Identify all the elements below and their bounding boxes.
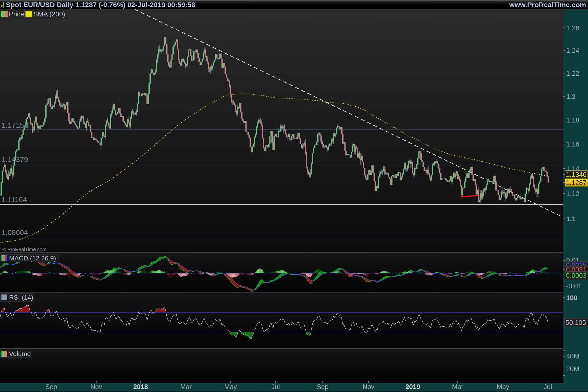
svg-text:May: May [496,383,509,390]
svg-text:Nov: Nov [90,383,102,390]
svg-text:50.105: 50.105 [566,319,586,326]
svg-text:Mar: Mar [180,383,192,390]
svg-text:1.22: 1.22 [566,70,580,77]
svg-text:RSI (14): RSI (14) [9,294,33,301]
svg-text:1.08604: 1.08604 [2,228,28,236]
svg-text:1.1: 1.1 [566,215,576,223]
svg-text:1.1715: 1.1715 [2,121,24,129]
svg-text:1.11164: 1.11164 [2,196,27,204]
svg-text:May: May [224,383,237,390]
svg-text:40M: 40M [566,352,580,360]
svg-text:20M: 20M [566,365,580,373]
svg-text:SMA (200): SMA (200) [33,10,65,18]
svg-text:Spot EUR/USD Daily 1.1287 (-0.: Spot EUR/USD Daily 1.1287 (-0.76%) 02-Ju… [6,1,195,8]
svg-text:Volume: Volume [9,350,30,358]
svg-text:100: 100 [566,294,578,302]
svg-text:Sep: Sep [317,383,328,390]
svg-text:1.1346: 1.1346 [566,171,586,178]
svg-text:www.ProRealTime.com: www.ProRealTime.com [509,1,586,8]
svg-text:Price: Price [9,10,24,18]
svg-text:1.12: 1.12 [566,190,580,198]
svg-text:1.1287: 1.1287 [566,179,586,186]
svg-text:0.0003: 0.0003 [566,272,586,279]
svg-text:1.16: 1.16 [566,140,580,148]
svg-text:2018: 2018 [133,383,148,390]
svg-text:1.18: 1.18 [566,116,580,124]
svg-text:Jul: Jul [544,383,552,390]
svg-text:Sep: Sep [45,383,57,390]
svg-text:© ProRealTime.com: © ProRealTime.com [2,247,46,252]
svg-text:2019: 2019 [406,383,420,390]
svg-text:1.26: 1.26 [566,24,580,32]
svg-text:-0.01: -0.01 [566,282,582,290]
svg-text:Nov: Nov [362,383,374,390]
svg-text:MACD (12 26 9): MACD (12 26 9) [9,254,56,262]
svg-text:1.2: 1.2 [566,93,576,100]
svg-text:1.24: 1.24 [566,46,580,54]
svg-text:Mar: Mar [452,383,464,390]
svg-text:Jul: Jul [272,383,280,390]
